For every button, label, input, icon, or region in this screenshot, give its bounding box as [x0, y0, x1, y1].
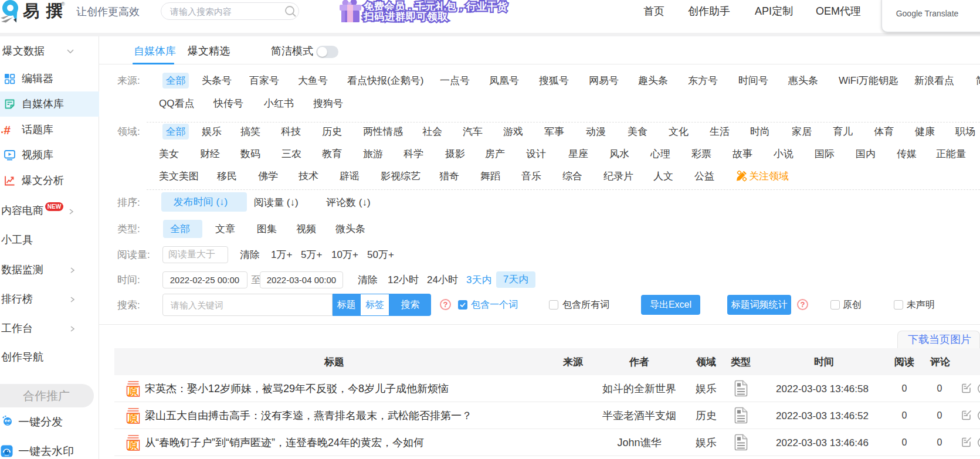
svg-text:原: 原: [127, 440, 138, 451]
svg-text:扫码进群即可领取: 扫码进群即可领取: [363, 11, 448, 22]
svg-text:原: 原: [127, 413, 138, 424]
svg-text:www: www: [5, 454, 9, 457]
svg-text:原: 原: [127, 386, 138, 397]
